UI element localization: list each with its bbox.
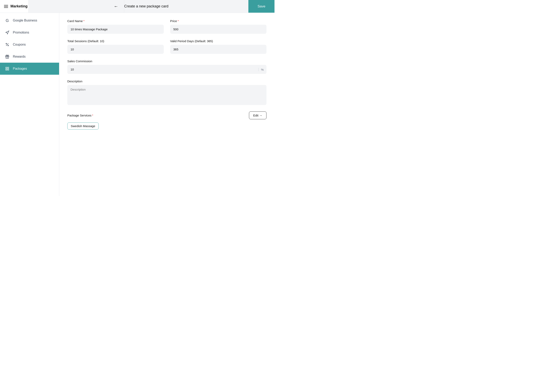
total-sessions-input[interactable] — [67, 45, 164, 54]
menu-button[interactable]: Marketing — [0, 0, 28, 13]
commission-wrapper: % — [67, 65, 266, 74]
promotions-icon — [5, 30, 10, 35]
sidebar-label-promotions: Promotions — [13, 31, 29, 34]
hamburger-icon — [4, 5, 8, 8]
form-group-description: Description — [67, 79, 266, 106]
edit-button[interactable]: Edit → — [249, 112, 266, 119]
sidebar-label-packages: Packages — [13, 67, 27, 70]
package-services-label: Package Services* — [67, 114, 93, 117]
sidebar-item-rewards[interactable]: Rewards — [0, 51, 59, 63]
description-label: Description — [67, 79, 266, 83]
main-layout: G Google Business Promotions Coupons — [0, 13, 274, 196]
price-label: Price* — [170, 19, 267, 23]
form-row-commission: Sales Commission % — [67, 59, 266, 74]
form-row-description: Description — [67, 79, 266, 106]
packages-icon — [5, 66, 10, 71]
svg-point-1 — [6, 43, 7, 44]
commission-suffix: % — [258, 68, 264, 71]
sidebar-item-packages[interactable]: Packages — [0, 63, 59, 75]
form-group-price: Price* — [170, 19, 267, 34]
sidebar-label-google-business: Google Business — [13, 19, 37, 22]
sidebar-item-google-business[interactable]: G Google Business — [0, 14, 59, 27]
save-button[interactable]: Save — [248, 0, 274, 13]
price-input[interactable] — [170, 25, 267, 34]
svg-rect-6 — [6, 69, 7, 70]
svg-line-0 — [6, 43, 8, 46]
commission-input[interactable] — [67, 65, 266, 74]
form-group-valid-period: Valid Period Days (Default: 365) — [170, 39, 267, 54]
package-services-header: Package Services* Edit → — [67, 112, 266, 119]
sidebar: G Google Business Promotions Coupons — [0, 13, 59, 196]
form-group-total-sessions: Total Sessions (Default: 10) — [67, 39, 164, 54]
valid-period-input[interactable] — [170, 45, 267, 54]
card-name-label: Card Name* — [67, 19, 164, 23]
svg-rect-4 — [6, 67, 7, 69]
app-title: Marketing — [10, 4, 28, 8]
svg-rect-5 — [8, 67, 9, 69]
service-tags-container: Swedish Massage — [67, 123, 266, 130]
google-icon: G — [5, 18, 10, 23]
form-group-commission: Sales Commission % — [67, 59, 266, 74]
svg-rect-7 — [8, 69, 9, 70]
required-star-price: * — [178, 19, 179, 23]
required-star-services: * — [92, 114, 93, 117]
page-title: Create a new package card — [124, 4, 168, 8]
sidebar-label-rewards: Rewards — [13, 55, 26, 58]
card-name-input[interactable] — [67, 25, 164, 34]
form-row-name-price: Card Name* Price* — [67, 19, 266, 34]
sidebar-item-coupons[interactable]: Coupons — [0, 39, 59, 51]
form-group-card-name: Card Name* — [67, 19, 164, 34]
header-center: ← Create a new package card — [28, 0, 248, 13]
back-button[interactable]: ← — [108, 0, 124, 13]
form-row-package-services: Package Services* Edit → Swedish Massage — [67, 112, 266, 130]
sidebar-item-promotions[interactable]: Promotions — [0, 27, 59, 39]
sales-commission-label: Sales Commission — [67, 59, 266, 63]
svg-point-2 — [8, 45, 9, 46]
content-area: Card Name* Price* Total Sessions (Defaul… — [59, 13, 274, 196]
required-star: * — [83, 19, 85, 23]
description-textarea[interactable] — [67, 85, 266, 105]
form-row-sessions-period: Total Sessions (Default: 10) Valid Perio… — [67, 39, 266, 54]
valid-period-label: Valid Period Days (Default: 365) — [170, 39, 267, 43]
sidebar-label-coupons: Coupons — [13, 43, 26, 46]
total-sessions-label: Total Sessions (Default: 10) — [67, 39, 164, 43]
header: Marketing ← Create a new package card Sa… — [0, 0, 274, 13]
service-tag-swedish-massage: Swedish Massage — [67, 123, 99, 130]
rewards-icon — [5, 54, 10, 59]
coupons-icon — [5, 42, 10, 47]
percent-icon: % — [261, 68, 264, 71]
